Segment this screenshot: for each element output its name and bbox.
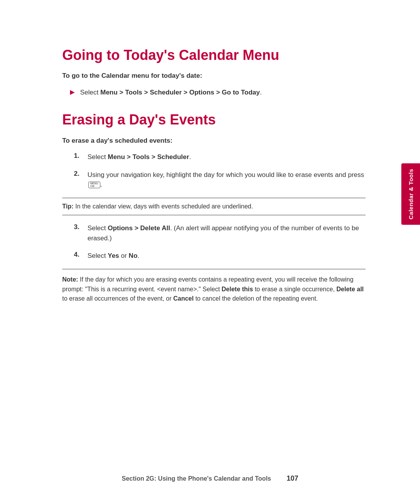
tip-label: Tip: xyxy=(62,203,74,210)
step-2-num: 2. xyxy=(74,170,88,178)
step-1: 1. Select Menu > Tools > Scheduler. xyxy=(74,152,366,162)
footer-section-text: Section 2G: Using the Phone's Calendar a… xyxy=(122,475,271,482)
section2-title: Erasing a Day's Events xyxy=(62,111,366,128)
section-1: Going to Today's Calendar Menu To go to … xyxy=(62,47,366,97)
page-container: Going to Today's Calendar Menu To go to … xyxy=(0,0,420,504)
step-3: 3. Select Options > Delete All. (An aler… xyxy=(74,223,366,243)
section1-title: Going to Today's Calendar Menu xyxy=(62,47,366,63)
step-4-num: 4. xyxy=(74,251,88,259)
section1-bullet: ▶ Select Menu > Tools > Scheduler > Opti… xyxy=(62,88,366,98)
step-2: 2. Using your navigation key, highlight … xyxy=(74,170,366,190)
section1-menu-path: Menu > Tools > Scheduler > Options > Go … xyxy=(100,89,260,96)
step-4-yes: Yes xyxy=(108,252,119,259)
steps-list-2: 3. Select Options > Delete All. (An aler… xyxy=(62,223,366,261)
note-delete-all: Delete all xyxy=(336,286,364,292)
step-2-text: Using your navigation key, highlight the… xyxy=(88,170,366,190)
content-area: Going to Today's Calendar Menu To go to … xyxy=(62,47,389,304)
note-label: Note: xyxy=(62,276,78,283)
tip-text: Tip: In the calendar view, days with eve… xyxy=(62,203,253,210)
section1-intro: To go to the Calendar menu for today's d… xyxy=(62,71,366,80)
footer-page-number: 107 xyxy=(287,474,298,483)
step-1-text: Select Menu > Tools > Scheduler. xyxy=(88,152,191,162)
steps-list: 1. Select Menu > Tools > Scheduler. 2. U… xyxy=(62,152,366,190)
step-3-bold: Options > Delete All xyxy=(108,224,170,232)
step-3-text: Select Options > Delete All. (An alert w… xyxy=(88,223,366,243)
step-4-no: No xyxy=(129,252,138,259)
note-text: Note: If the day for which you are erasi… xyxy=(62,276,364,302)
sidebar-tab-text: Calendar & Tools xyxy=(408,169,414,219)
note-box: Note: If the day for which you are erasi… xyxy=(62,269,366,304)
section2-intro: To erase a day's scheduled events: xyxy=(62,136,366,145)
step-4-text: Select Yes or No. xyxy=(88,251,139,261)
sidebar-tab: Calendar & Tools xyxy=(401,163,420,225)
footer: Section 2G: Using the Phone's Calendar a… xyxy=(0,474,420,483)
menu-ok-button-icon: MENU OK xyxy=(88,182,100,188)
bullet-arrow-icon: ▶ xyxy=(70,88,75,96)
step-1-num: 1. xyxy=(74,152,88,160)
note-cancel: Cancel xyxy=(173,295,193,302)
step-1-bold: Menu > Tools > Scheduler xyxy=(108,153,189,161)
tip-box: Tip: In the calendar view, days with eve… xyxy=(62,198,366,215)
step-3-num: 3. xyxy=(74,223,88,231)
step-4: 4. Select Yes or No. xyxy=(74,251,366,261)
section-2: Erasing a Day's Events To erase a day's … xyxy=(62,111,366,304)
section1-bullet-text: Select Menu > Tools > Scheduler > Option… xyxy=(80,88,262,98)
note-delete-this: Delete this xyxy=(222,286,253,292)
